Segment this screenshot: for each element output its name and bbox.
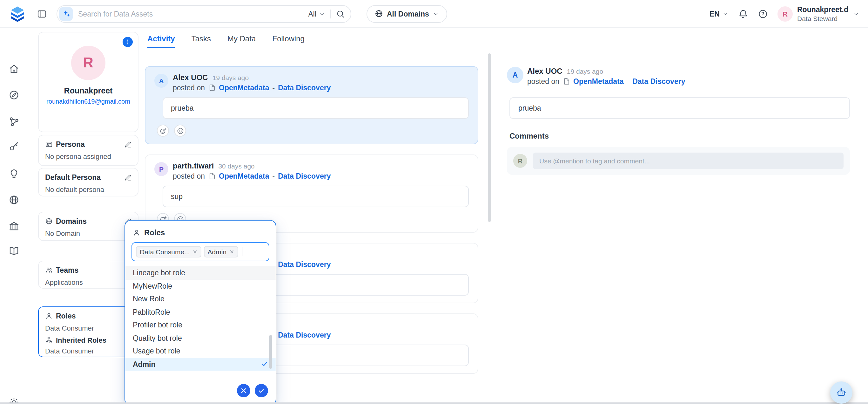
tab-following[interactable]: Following: [272, 32, 304, 48]
entity-child-link[interactable]: Data Discovery: [278, 260, 331, 268]
role-option[interactable]: New Role: [125, 292, 276, 306]
add-reaction-button[interactable]: [157, 124, 169, 137]
feed-avatar: P: [154, 162, 168, 176]
search-scope-dropdown[interactable]: All: [308, 10, 325, 18]
help-icon[interactable]: [758, 8, 768, 19]
separator: -: [627, 77, 629, 85]
teams-card: Teams Applications: [38, 261, 138, 289]
lineage-icon[interactable]: [8, 116, 19, 127]
role-option[interactable]: PablitoRole: [125, 306, 276, 318]
explore-icon[interactable]: [8, 90, 19, 100]
domains-filter-dropdown[interactable]: All Domains: [367, 5, 447, 23]
language-value: EN: [710, 10, 720, 18]
tab-my-data[interactable]: My Data: [227, 32, 256, 48]
feed-avatar: A: [154, 74, 168, 88]
divider: [330, 9, 331, 18]
profile-name: Rounakpreet: [45, 86, 131, 95]
entity-child-link[interactable]: Data Discovery: [632, 77, 685, 85]
comment-input[interactable]: [533, 152, 843, 169]
feed-author[interactable]: parth.tiwari: [173, 162, 214, 170]
feed-message: prueba: [163, 97, 469, 119]
edit-default-persona-button[interactable]: [124, 174, 131, 181]
tab-activity[interactable]: Activity: [147, 32, 175, 48]
confirm-roles-button[interactable]: [255, 384, 268, 397]
role-option-selected[interactable]: Admin: [125, 357, 276, 371]
cancel-roles-button[interactable]: [237, 384, 250, 397]
entity-link[interactable]: OpenMetadata: [573, 77, 624, 85]
user-name: Rounakpreet.d: [797, 5, 848, 15]
selected-role-chip: Admin: [204, 246, 238, 257]
remove-chip-icon[interactable]: [229, 249, 234, 254]
security-key-icon[interactable]: [8, 141, 19, 152]
search-icon[interactable]: [336, 9, 345, 18]
entity-child-link[interactable]: Data Discovery: [278, 331, 331, 339]
home-icon[interactable]: [8, 64, 19, 75]
roles-value[interactable]: Data Consumer: [45, 324, 131, 332]
selected-check-icon: [261, 361, 268, 368]
domains-globe-icon: [45, 218, 53, 225]
teams-value[interactable]: Applications: [45, 279, 131, 286]
top-navbar: All All Domains EN: [0, 0, 868, 28]
user-avatar: R: [777, 6, 793, 21]
profile-tabs: Activity Tasks My Data Following: [135, 32, 854, 48]
tab-tasks[interactable]: Tasks: [191, 32, 211, 48]
feed-author[interactable]: Alex UOC: [173, 73, 208, 82]
insights-icon[interactable]: [8, 169, 19, 179]
role-option[interactable]: Profiler bot role: [125, 318, 276, 331]
profile-email-link[interactable]: rounakdhillon619@gmail.com: [45, 97, 131, 106]
app-root: All All Domains EN: [0, 0, 868, 404]
roles-edit-popover: Roles Data Consume... Admin Lineage bot …: [124, 220, 276, 404]
inherited-roles-title: Inherited Roles: [56, 336, 106, 344]
domains-icon[interactable]: [8, 195, 19, 205]
roles-multiselect-input[interactable]: Data Consume... Admin: [131, 242, 269, 261]
role-option[interactable]: MyNewRole: [125, 280, 276, 292]
sidebar-toggle-icon[interactable]: [37, 8, 47, 19]
entity-link[interactable]: OpenMetadata: [219, 172, 269, 180]
glossary-icon[interactable]: [8, 246, 19, 256]
globe-icon: [375, 9, 383, 18]
profile-more-button[interactable]: [123, 37, 133, 47]
search-scope-value: All: [308, 10, 316, 18]
roles-person-icon: [45, 312, 53, 320]
chat-assistant-fab[interactable]: [830, 381, 852, 404]
domains-value: No Domain: [45, 230, 131, 237]
entity-link[interactable]: OpenMetadata: [219, 84, 269, 91]
selected-role-chip: Data Consume...: [136, 246, 202, 257]
role-option-label: Admin: [133, 360, 156, 368]
global-search-bar[interactable]: All: [57, 5, 351, 23]
default-persona-value: No default persona: [45, 185, 131, 193]
feed-action: posted on: [173, 172, 205, 180]
chip-label: Data Consume...: [140, 248, 190, 256]
teams-title: Teams: [56, 266, 79, 274]
popover-title: Roles: [144, 228, 165, 237]
role-option[interactable]: Lineage bot role: [125, 266, 276, 280]
horizontal-scrollbar[interactable]: [0, 402, 868, 404]
document-icon: [562, 77, 570, 85]
emoji-button[interactable]: [174, 124, 186, 137]
popover-scrollbar[interactable]: [269, 335, 272, 369]
feed-card-selected[interactable]: A Alex UOC 19 days ago posted on OpenMet…: [145, 66, 478, 144]
domains-card: Domains No Domain: [38, 212, 138, 241]
entity-child-link[interactable]: Data Discovery: [278, 84, 331, 91]
search-input[interactable]: [78, 10, 303, 18]
feed-message: sup: [163, 185, 469, 207]
role-option[interactable]: Quality bot role: [125, 331, 276, 345]
language-dropdown[interactable]: EN: [710, 10, 728, 18]
notifications-bell-icon[interactable]: [738, 8, 748, 19]
ai-sparkle-icon[interactable]: [59, 7, 73, 21]
edit-persona-button[interactable]: [124, 141, 131, 148]
remove-chip-icon[interactable]: [192, 249, 197, 254]
govern-icon[interactable]: [8, 221, 19, 231]
role-option[interactable]: Usage bot role: [125, 345, 276, 357]
detail-author[interactable]: Alex UOC: [527, 67, 562, 76]
openmetadata-logo[interactable]: [9, 5, 26, 22]
domains-title: Domains: [56, 218, 87, 225]
thread-detail-panel: A Alex UOC 19 days ago posted on OpenMet…: [507, 60, 850, 175]
detail-message: prueba: [509, 97, 850, 119]
user-menu[interactable]: R Rounakpreet.d Data Steward: [777, 5, 859, 22]
persona-value: No persona assigned: [45, 152, 131, 160]
feed-scrollbar[interactable]: [488, 53, 491, 222]
inherited-roles-value[interactable]: Data Consumer: [45, 347, 131, 355]
entity-child-link[interactable]: Data Discovery: [278, 172, 331, 180]
comment-avatar: R: [513, 154, 527, 168]
